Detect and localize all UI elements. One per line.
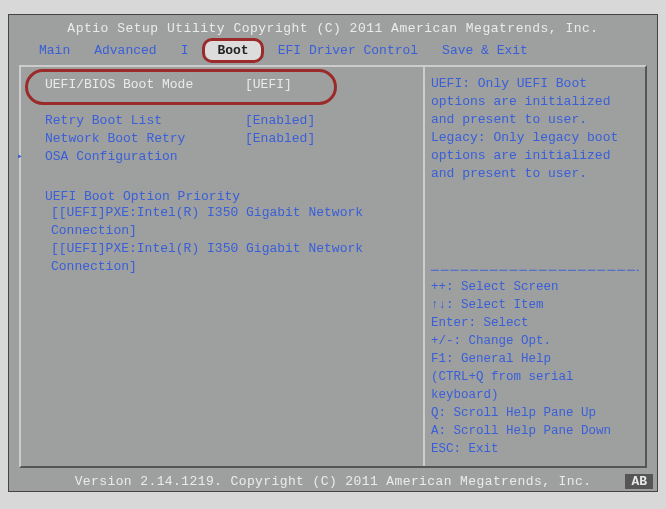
row-boot-mode[interactable]: UEFI/BIOS Boot Mode [UEFI]	[45, 75, 419, 93]
uefi-priority-heading: UEFI Boot Option Priority	[45, 189, 419, 204]
main-frame: UEFI/BIOS Boot Mode [UEFI] Retry Boot Li…	[19, 65, 647, 468]
boot-option-2[interactable]: [[UEFI]PXE:Intel(R) I350 Gigabit Network…	[45, 240, 419, 276]
key-change-opt: +/-: Change Opt.	[431, 332, 639, 350]
row-osa-configuration[interactable]: OSA Configuration	[45, 147, 419, 165]
retry-boot-value: [Enabled]	[245, 113, 315, 128]
row-spacer	[45, 93, 419, 111]
key-ctrlq2: keyboard)	[431, 386, 639, 404]
context-help-text: UEFI: Only UEFI Boot options are initial…	[431, 75, 639, 183]
menu-main[interactable]: Main	[29, 43, 80, 58]
key-enter: Enter: Select	[431, 314, 639, 332]
settings-pane: UEFI/BIOS Boot Mode [UEFI] Retry Boot Li…	[21, 67, 423, 466]
key-select-item: ↑↓: Select Item	[431, 296, 639, 314]
footer-version: Version 2.14.1219. Copyright (C) 2011 Am…	[9, 470, 657, 491]
menu-save-exit[interactable]: Save & Exit	[432, 43, 538, 58]
row-retry-boot-list[interactable]: Retry Boot List [Enabled]	[45, 111, 419, 129]
network-boot-label: Network Boot Retry	[45, 131, 245, 146]
header-title: Aptio Setup Utility Copyright (C) 2011 A…	[9, 15, 657, 36]
key-select-screen: ++: Select Screen	[431, 278, 639, 296]
ab-badge: AB	[625, 474, 653, 489]
boot-mode-label: UEFI/BIOS Boot Mode	[45, 77, 245, 92]
menu-efi-driver-control[interactable]: EFI Driver Control	[268, 43, 428, 58]
row-network-boot-retry[interactable]: Network Boot Retry [Enabled]	[45, 129, 419, 147]
boot-mode-value: [UEFI]	[245, 77, 292, 92]
osa-config-label: OSA Configuration	[45, 149, 245, 164]
menu-bar: Main Advanced I Boot EFI Driver Control …	[9, 36, 657, 63]
row-spacer2	[45, 165, 419, 183]
key-esc: ESC: Exit	[431, 440, 639, 458]
key-q: Q: Scroll Help Pane Up	[431, 404, 639, 422]
help-pane: UEFI: Only UEFI Boot options are initial…	[423, 67, 645, 466]
boot-option-1[interactable]: [[UEFI]PXE:Intel(R) I350 Gigabit Network…	[45, 204, 419, 240]
retry-boot-label: Retry Boot List	[45, 113, 245, 128]
bios-setup-screen: Aptio Setup Utility Copyright (C) 2011 A…	[8, 14, 658, 492]
key-ctrlq1: (CTRL+Q from serial	[431, 368, 639, 386]
menu-i[interactable]: I	[171, 43, 199, 58]
network-boot-value: [Enabled]	[245, 131, 315, 146]
key-f1: F1: General Help	[431, 350, 639, 368]
key-a: A: Scroll Help Pane Down	[431, 422, 639, 440]
menu-boot[interactable]: Boot	[202, 38, 263, 63]
help-divider: ──────────────────────────	[431, 263, 639, 278]
menu-advanced[interactable]: Advanced	[84, 43, 166, 58]
